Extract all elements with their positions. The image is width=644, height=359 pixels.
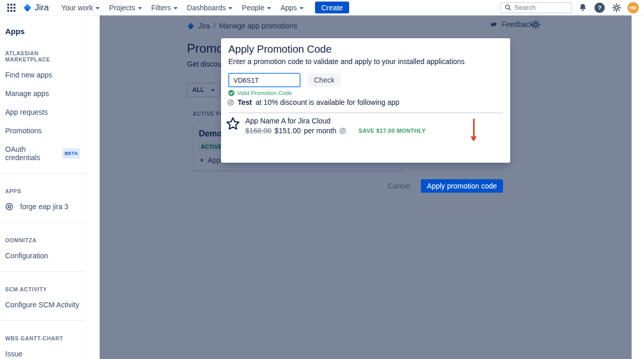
chevron-down-icon (300, 7, 304, 9)
nav-filters[interactable]: Filters (147, 2, 182, 14)
sidebar-item-configuration[interactable]: Configuration (5, 252, 80, 260)
section-apps: APPS (5, 188, 80, 194)
savings-label: SAVE $17.00 MONTHLY (358, 128, 426, 134)
sidebar-item-manage-apps[interactable]: Manage apps (5, 89, 80, 98)
sidebar-item-forge-eap-jira-3[interactable]: forge eap jira 3 (5, 202, 80, 211)
app-target-icon (5, 202, 13, 211)
chevron-down-icon (174, 7, 178, 9)
sidebar-divider (0, 222, 85, 223)
top-navbar: Jira Your work Projects Filters Dashboar… (0, 0, 644, 15)
jira-logo-icon (23, 3, 32, 12)
sidebar-divider (0, 320, 85, 321)
sidebar-item-app-requests[interactable]: App requests (5, 108, 80, 116)
section-oomnitza: OOMNITZA (5, 237, 80, 243)
chevron-down-icon (228, 7, 232, 9)
discount-info: Test at 10% discount is available for fo… (227, 98, 399, 106)
promotion-code-input[interactable] (228, 73, 301, 87)
nav-people[interactable]: People (238, 2, 275, 14)
jira-logo[interactable]: Jira (23, 3, 49, 13)
sidebar-item-promotions[interactable]: Promotions (5, 127, 80, 135)
old-price: $168.00 (245, 127, 272, 135)
gear-icon (612, 3, 621, 12)
settings-button[interactable] (611, 2, 622, 13)
tag-circle-icon (227, 99, 234, 106)
discount-text: at 10% discount is available for followi… (256, 98, 400, 106)
promotion-name: Test (238, 98, 252, 106)
app-pricing: $168.00 $151.00 per month SAVE $17.00 MO… (245, 127, 426, 135)
search-icon (505, 4, 511, 11)
user-avatar[interactable]: HD (627, 2, 639, 13)
sidebar-item-oauth-credentials[interactable]: OAuth credentials BETA (5, 145, 80, 162)
check-button[interactable]: Check (308, 73, 341, 87)
chevron-down-icon (138, 7, 142, 9)
app-star-icon (225, 116, 241, 132)
sidebar-item-configure-scm-activity[interactable]: Configure SCM Activity (5, 301, 80, 309)
sidebar-item-find-new-apps[interactable]: Find new apps (5, 71, 80, 79)
validation-message: Valid Promotion Code (228, 90, 292, 96)
section-wbs-gantt-chart: WBS GANTT-CHART (5, 335, 80, 341)
dialog-footer: Cancel Apply promotion code (382, 179, 503, 193)
beta-badge: BETA (62, 148, 80, 159)
dialog-divider (228, 113, 503, 113)
dialog-description: Enter a promotion code to validate and a… (228, 57, 465, 66)
section-scm-activity: SCM ACTIVITY (5, 286, 80, 292)
sidebar-item-issue[interactable]: Issue (5, 350, 80, 358)
question-icon: ? (594, 3, 605, 13)
app-switcher-icon[interactable] (5, 2, 18, 14)
sidebar-divider (0, 271, 85, 272)
apps-sidebar: Apps ATLASSIAN MARKETPLACE Find new apps… (0, 15, 86, 359)
dialog-title: Apply Promotion Code (228, 43, 332, 55)
help-button[interactable]: ? (593, 2, 606, 14)
apply-promotion-code-button[interactable]: Apply promotion code (421, 179, 503, 193)
create-button[interactable]: Create (315, 2, 349, 13)
check-circle-icon (228, 90, 234, 96)
chevron-down-icon (96, 7, 100, 9)
apply-promotion-code-dialog: Apply Promotion Code Enter a promotion c… (221, 38, 510, 163)
billing-period: per month (304, 127, 336, 135)
notifications-button[interactable] (577, 2, 588, 13)
bell-icon (578, 3, 587, 12)
nav-dashboards[interactable]: Dashboards (183, 2, 237, 14)
jira-logo-text: Jira (35, 3, 49, 13)
app-name: App Name A for Jira Cloud (245, 117, 331, 125)
sidebar-divider (0, 173, 85, 174)
section-atlassian-marketplace: ATLASSIAN MARKETPLACE (5, 50, 80, 63)
nav-projects[interactable]: Projects (105, 2, 146, 14)
nav-your-work[interactable]: Your work (57, 2, 104, 14)
sidebar-title: Apps (5, 27, 80, 36)
nav-apps[interactable]: Apps (276, 2, 308, 14)
search-input[interactable] (514, 4, 566, 11)
chevron-down-icon (267, 7, 271, 9)
tag-circle-icon (339, 128, 346, 134)
cancel-button[interactable]: Cancel (382, 179, 417, 193)
global-search[interactable] (500, 2, 572, 13)
annotation-red-arrow-down-icon (469, 119, 478, 143)
new-price: $151.00 (275, 127, 301, 135)
